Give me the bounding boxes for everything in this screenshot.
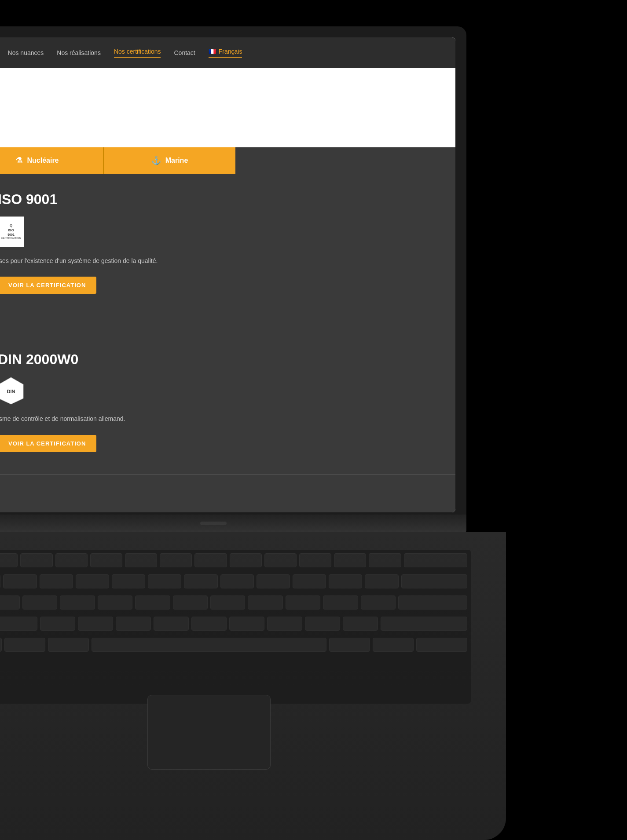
- website-content: rise Nos nuances Nos réalisations Nos ce…: [0, 37, 455, 512]
- cert-iso9001: ISO 9001 Q ISO 9001 CERTIFICATION ises p…: [0, 174, 455, 311]
- tab-marine[interactable]: ⚓ Marine: [104, 147, 235, 174]
- nav-item-contact[interactable]: Contact: [174, 49, 195, 56]
- laptop-wrapper: rise Nos nuances Nos réalisations Nos ce…: [0, 0, 627, 840]
- navigation-bar: rise Nos nuances Nos réalisations Nos ce…: [0, 37, 455, 68]
- tabs-container: ⚗ Nucléaire ⚓ Marine: [0, 147, 235, 174]
- flag-icon: 🇫🇷: [209, 48, 216, 55]
- cert-esp-title: ESP: [0, 510, 429, 512]
- keyboard: [0, 550, 471, 704]
- nav-language[interactable]: 🇫🇷 Français: [209, 48, 242, 58]
- tab-nucleaire-label: Nucléaire: [27, 157, 59, 164]
- anchor-icon: ⚓: [151, 156, 161, 165]
- lang-label: Français: [219, 48, 242, 55]
- cert-iso9001-button[interactable]: VOIR LA CERTIFICATION: [0, 277, 96, 294]
- cert-din2000w0-logo: DIN: [0, 376, 24, 405]
- nav-item-realisations[interactable]: Nos réalisations: [57, 49, 101, 56]
- cert-iso9001-logo: Q ISO 9001 CERTIFICATION: [0, 216, 24, 247]
- cert-din2000w0-button[interactable]: VOIR LA CERTIFICATION: [0, 435, 96, 452]
- cert-din2000w0: DIN 2000W0 DIN isme de contrôle et de no…: [0, 334, 455, 469]
- nuclear-icon: ⚗: [15, 156, 22, 165]
- cert-divider-2: [0, 474, 455, 475]
- trackpad[interactable]: [147, 695, 271, 770]
- cert-din2000w0-title: DIN 2000W0: [0, 351, 429, 368]
- nav-item-nuances[interactable]: Nos nuances: [8, 49, 44, 56]
- cert-iso9001-title: ISO 9001: [0, 191, 429, 208]
- hero-area: [0, 68, 455, 147]
- cert-iso9001-description: ises pour l'existence d'un système de ge…: [0, 256, 429, 266]
- screen-bezel: rise Nos nuances Nos réalisations Nos ce…: [0, 37, 455, 512]
- cert-esp: ESP: [0, 492, 455, 512]
- nav-item-certifications[interactable]: Nos certifications: [114, 48, 161, 58]
- tab-marine-label: Marine: [165, 157, 188, 164]
- main-content: ⚗ Nucléaire ⚓ Marine ISO 9001: [0, 147, 455, 512]
- tab-nucleaire[interactable]: ⚗ Nucléaire: [0, 147, 104, 174]
- svg-text:DIN: DIN: [7, 389, 15, 394]
- screen-chin: [0, 515, 466, 532]
- laptop-base: k Air: [0, 532, 506, 840]
- cert-divider-1: [0, 316, 455, 316]
- cert-din2000w0-description: isme de contrôle et de normalisation all…: [0, 414, 429, 424]
